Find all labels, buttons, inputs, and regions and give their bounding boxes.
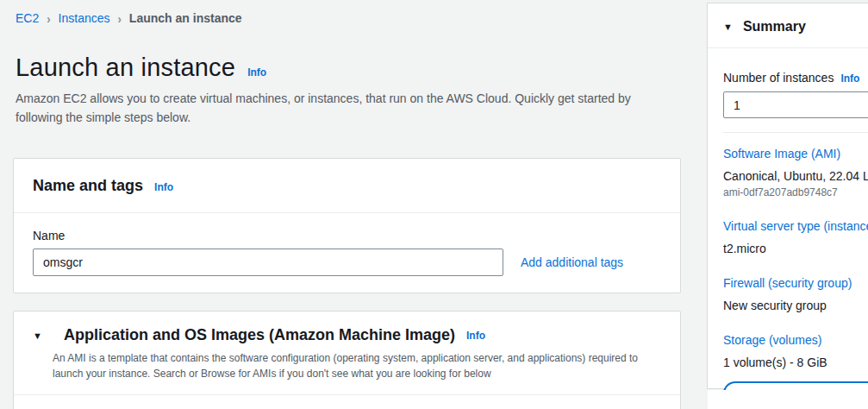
page-info-link[interactable]: Info: [247, 66, 266, 79]
launch-instance-page: EC2 › Instances › Launch an instance Lau…: [0, 0, 868, 409]
summary-content: Number of instances Info Software Image …: [708, 48, 868, 370]
firewall-link[interactable]: Firewall (security group): [723, 275, 868, 291]
name-and-tags-header: Name and tags Info: [14, 159, 680, 213]
panel-footer-area: [708, 390, 868, 409]
breadcrumb-current: Launch an instance: [129, 11, 242, 25]
summary-divider: [723, 132, 868, 133]
ami-section-title: Application and OS Images (Amazon Machin…: [64, 326, 455, 344]
name-and-tags-title: Name and tags: [33, 177, 143, 195]
breadcrumb-link-instances[interactable]: Instances: [59, 11, 110, 25]
storage-volumes-link[interactable]: Storage (volumes): [723, 332, 868, 348]
name-and-tags-info-link[interactable]: Info: [154, 181, 173, 193]
ami-description-line: An AMI is a template that contains the s…: [53, 350, 661, 366]
number-of-instances-label: Number of instances: [723, 71, 834, 85]
page-description-line: following the simple steps below.: [16, 108, 631, 127]
page-description: Amazon EC2 allows you to create virtual …: [16, 89, 631, 127]
instance-type-value: t2.micro: [723, 241, 868, 256]
chevron-down-icon[interactable]: ▼: [33, 330, 42, 341]
name-and-tags-card: Name and tags Info Name Add additional t…: [13, 158, 681, 293]
page-title: Launch an instance: [16, 53, 235, 82]
summary-section-storage: Storage (volumes) 1 volume(s) - 8 GiB: [723, 332, 868, 370]
page-title-row: Launch an instance Info: [16, 53, 266, 82]
software-image-value: Canonical, Ubuntu, 22.04 LTS: [723, 168, 868, 184]
chevron-down-icon[interactable]: ▼: [723, 22, 733, 32]
summary-header[interactable]: ▼ Summary: [708, 3, 868, 48]
summary-section-ami: Software Image (AMI) Canonical, Ubuntu, …: [723, 146, 868, 199]
storage-value: 1 volume(s) - 8 GiB: [723, 355, 868, 370]
software-image-link[interactable]: Software Image (AMI): [723, 146, 868, 161]
ami-info-link[interactable]: Info: [466, 330, 485, 342]
summary-section-firewall: Firewall (security group) New security g…: [723, 275, 868, 313]
ami-section-header[interactable]: ▼ Application and OS Images (Amazon Mach…: [14, 311, 680, 395]
ami-card: ▼ Application and OS Images (Amazon Mach…: [13, 311, 681, 409]
ami-description-line: launch your instance. Search or Browse f…: [53, 366, 661, 381]
instance-name-input[interactable]: [33, 249, 503, 276]
name-field-label: Name: [33, 229, 661, 242]
number-of-instances-input[interactable]: [723, 91, 868, 118]
breadcrumb: EC2 › Instances › Launch an instance: [16, 11, 242, 25]
chevron-right-icon: ›: [118, 10, 122, 25]
page-description-line: Amazon EC2 allows you to create virtual …: [16, 89, 631, 108]
summary-title: Summary: [743, 19, 806, 35]
virtual-server-type-link[interactable]: Virtual server type (instance type): [723, 218, 868, 234]
breadcrumb-link-ec2[interactable]: EC2: [16, 11, 39, 25]
summary-section-instance-type: Virtual server type (instance type) t2.m…: [723, 218, 868, 256]
security-group-value: New security group: [723, 298, 868, 313]
name-and-tags-body: Name Add additional tags: [14, 213, 680, 291]
add-additional-tags-link[interactable]: Add additional tags: [521, 255, 623, 269]
ami-section-description: An AMI is a template that contains the s…: [53, 350, 661, 381]
chevron-right-icon: ›: [47, 10, 50, 25]
number-of-instances-info-link[interactable]: Info: [840, 72, 859, 85]
summary-panel: ▼ Summary Number of instances Info Softw…: [707, 3, 868, 389]
ami-id-value: ami-0df7a207adb9748c7: [723, 186, 868, 199]
